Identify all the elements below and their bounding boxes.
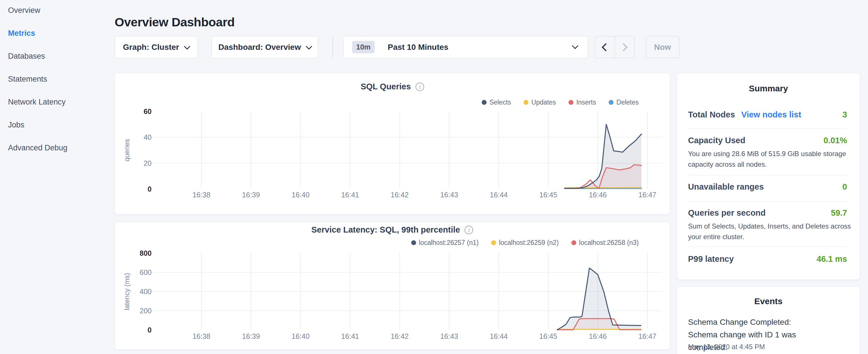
sql-queries-chart[interactable]: 16:3816:3916:4016:4116:4216:4316:4416:45…	[115, 73, 670, 215]
summary-label: Capacity Used	[688, 136, 745, 145]
svg-text:800: 800	[140, 249, 152, 257]
app-root: Overview Metrics Databases Statements Ne…	[0, 0, 868, 354]
summary-label: Total Nodes	[688, 110, 735, 120]
svg-text:queries: queries	[123, 139, 131, 162]
svg-text:200: 200	[140, 307, 152, 315]
time-range-dropdown[interactable]: 10m Past 10 Minutes	[343, 36, 588, 58]
chevron-right-icon	[620, 43, 627, 51]
event-item-timestamp: May 13, 2020 at 4:45 PM	[688, 343, 765, 351]
svg-text:16:40: 16:40	[292, 332, 310, 340]
svg-text:20: 20	[144, 159, 152, 167]
svg-text:16:42: 16:42	[391, 191, 409, 199]
time-step-buttons	[595, 36, 635, 58]
view-nodes-list-link[interactable]: View nodes list	[741, 110, 801, 120]
summary-label: Queries per second	[688, 208, 766, 218]
sidebar-item-network-latency[interactable]: Network Latency	[8, 98, 66, 106]
svg-text:16:44: 16:44	[490, 191, 508, 199]
sidebar-item-overview[interactable]: Overview	[8, 6, 40, 15]
toolbar-divider	[333, 37, 333, 58]
summary-value: 0	[842, 182, 847, 192]
chevron-left-icon	[602, 43, 610, 51]
events-title: Events	[677, 296, 860, 306]
sidebar-item-metrics[interactable]: Metrics	[8, 29, 35, 38]
svg-text:400: 400	[140, 288, 152, 296]
sidebar-item-statements[interactable]: Statements	[8, 75, 47, 84]
svg-text:16:47: 16:47	[639, 332, 656, 340]
divider	[688, 128, 847, 129]
dashboard-dropdown-label: Dashboard: Overview	[218, 43, 301, 52]
svg-text:16:39: 16:39	[242, 191, 260, 199]
chevron-down-icon	[306, 43, 312, 50]
sidebar-item-databases[interactable]: Databases	[8, 52, 45, 61]
svg-text:16:41: 16:41	[341, 191, 359, 199]
svg-text:0: 0	[148, 326, 152, 334]
svg-text:16:46: 16:46	[589, 191, 607, 199]
now-button[interactable]: Now	[646, 36, 679, 58]
time-range-label: Past 10 Minutes	[388, 43, 448, 52]
sidebar-item-advanced-debug[interactable]: Advanced Debug	[8, 143, 67, 152]
sidebar: Overview Metrics Databases Statements Ne…	[0, 0, 112, 354]
summary-panel: Summary Total Nodes View nodes list 3 Ca…	[677, 73, 860, 280]
svg-text:16:38: 16:38	[192, 191, 211, 199]
events-panel: Events Schema Change Completed: Schema c…	[677, 286, 860, 354]
time-step-back-button[interactable]	[595, 36, 615, 58]
dashboard-dropdown[interactable]: Dashboard: Overview	[212, 36, 318, 58]
svg-text:16:43: 16:43	[440, 191, 458, 199]
summary-row-capacity-used: Capacity Used 0.01%	[688, 136, 847, 145]
svg-text:60: 60	[144, 107, 152, 116]
svg-text:latency (ms): latency (ms)	[123, 273, 131, 311]
graph-dropdown-label: Graph: Cluster	[123, 43, 179, 52]
summary-description: You are using 28.6 MiB of 515.9 GiB usab…	[688, 148, 859, 169]
summary-label: Unavailable ranges	[688, 182, 764, 192]
svg-text:16:42: 16:42	[391, 332, 409, 340]
summary-value: 59.7	[831, 208, 847, 218]
svg-text:16:40: 16:40	[292, 191, 310, 199]
svg-text:40: 40	[144, 133, 152, 141]
svg-text:16:46: 16:46	[589, 332, 607, 340]
summary-row-queries-per-second: Queries per second 59.7	[688, 208, 847, 218]
service-latency-chart[interactable]: 16:3816:3916:4016:4116:4216:4316:4416:45…	[115, 222, 670, 350]
svg-text:16:47: 16:47	[639, 191, 656, 199]
service-latency-chart-card: Service Latency: SQL, 99th percentile i …	[115, 222, 670, 350]
svg-text:0: 0	[148, 185, 152, 193]
graph-dropdown[interactable]: Graph: Cluster	[115, 36, 198, 58]
svg-text:16:45: 16:45	[539, 332, 557, 340]
summary-row-p99-latency: P99 latency 46.1 ms	[688, 254, 847, 264]
summary-row-total-nodes: Total Nodes View nodes list 3	[688, 110, 847, 120]
svg-text:16:41: 16:41	[341, 332, 359, 340]
svg-text:16:45: 16:45	[539, 191, 557, 199]
svg-text:16:39: 16:39	[242, 332, 260, 340]
svg-text:16:44: 16:44	[490, 332, 508, 340]
chevron-down-icon	[572, 43, 579, 49]
sidebar-item-jobs[interactable]: Jobs	[8, 121, 24, 129]
sql-queries-chart-card: SQL Queries i SelectsUpdatesInsertsDelet…	[115, 73, 670, 215]
svg-text:16:38: 16:38	[192, 332, 211, 340]
time-step-forward-button[interactable]	[615, 36, 635, 58]
summary-value: 0.01%	[824, 136, 847, 145]
svg-text:600: 600	[140, 268, 152, 277]
summary-row-unavailable-ranges: Unavailable ranges 0	[688, 182, 847, 192]
page-title: Overview Dashboard	[115, 15, 235, 29]
divider	[688, 201, 847, 202]
svg-text:16:43: 16:43	[440, 332, 458, 340]
summary-title: Summary	[677, 84, 860, 93]
summary-value: 46.1 ms	[817, 254, 847, 264]
summary-description: Sum of Selects, Updates, Inserts, and De…	[688, 221, 859, 242]
time-range-badge: 10m	[352, 41, 375, 53]
summary-label: P99 latency	[688, 254, 734, 264]
chevron-down-icon	[184, 43, 191, 50]
summary-value: 3	[842, 110, 847, 120]
divider	[688, 247, 847, 247]
